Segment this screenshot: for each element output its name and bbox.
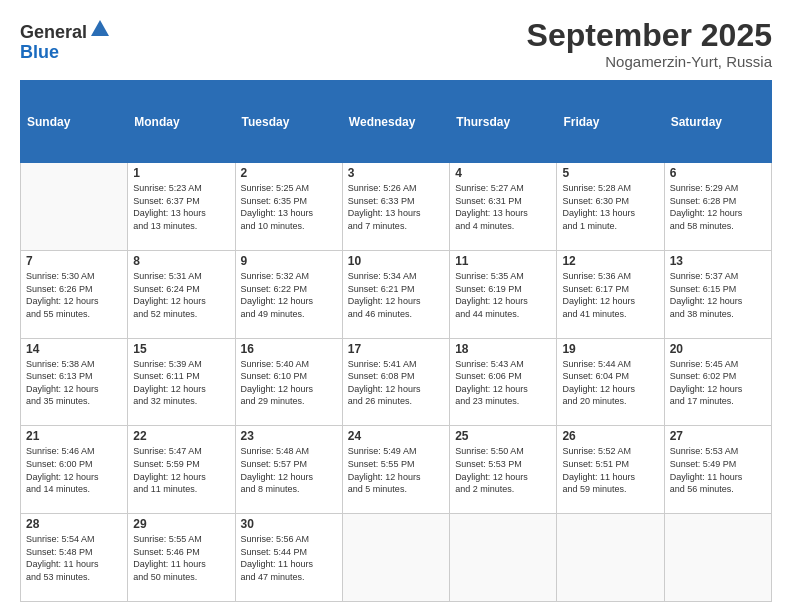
- day-info: Sunrise: 5:43 AM Sunset: 6:06 PM Dayligh…: [455, 358, 551, 408]
- calendar-cell: [664, 514, 771, 602]
- day-info: Sunrise: 5:54 AM Sunset: 5:48 PM Dayligh…: [26, 533, 122, 583]
- calendar-header-row: SundayMondayTuesdayWednesdayThursdayFrid…: [21, 81, 772, 163]
- calendar-cell: 7Sunrise: 5:30 AM Sunset: 6:26 PM Daylig…: [21, 250, 128, 338]
- day-info: Sunrise: 5:35 AM Sunset: 6:19 PM Dayligh…: [455, 270, 551, 320]
- page: General Blue September 2025 Nogamerzin-Y…: [0, 0, 792, 612]
- calendar-week-1: 7Sunrise: 5:30 AM Sunset: 6:26 PM Daylig…: [21, 250, 772, 338]
- calendar-cell: 19Sunrise: 5:44 AM Sunset: 6:04 PM Dayli…: [557, 338, 664, 426]
- weekday-header-friday: Friday: [557, 81, 664, 163]
- day-number: 25: [455, 429, 551, 443]
- day-number: 17: [348, 342, 444, 356]
- day-number: 21: [26, 429, 122, 443]
- day-number: 23: [241, 429, 337, 443]
- day-info: Sunrise: 5:27 AM Sunset: 6:31 PM Dayligh…: [455, 182, 551, 232]
- calendar-cell: 27Sunrise: 5:53 AM Sunset: 5:49 PM Dayli…: [664, 426, 771, 514]
- day-info: Sunrise: 5:37 AM Sunset: 6:15 PM Dayligh…: [670, 270, 766, 320]
- weekday-header-monday: Monday: [128, 81, 235, 163]
- calendar-cell: 1Sunrise: 5:23 AM Sunset: 6:37 PM Daylig…: [128, 163, 235, 251]
- day-info: Sunrise: 5:34 AM Sunset: 6:21 PM Dayligh…: [348, 270, 444, 320]
- calendar-cell: 8Sunrise: 5:31 AM Sunset: 6:24 PM Daylig…: [128, 250, 235, 338]
- day-number: 4: [455, 166, 551, 180]
- day-number: 3: [348, 166, 444, 180]
- calendar-cell: 25Sunrise: 5:50 AM Sunset: 5:53 PM Dayli…: [450, 426, 557, 514]
- day-info: Sunrise: 5:47 AM Sunset: 5:59 PM Dayligh…: [133, 445, 229, 495]
- svg-marker-0: [91, 20, 109, 36]
- calendar-body: 1Sunrise: 5:23 AM Sunset: 6:37 PM Daylig…: [21, 163, 772, 602]
- day-info: Sunrise: 5:44 AM Sunset: 6:04 PM Dayligh…: [562, 358, 658, 408]
- day-number: 9: [241, 254, 337, 268]
- day-number: 6: [670, 166, 766, 180]
- calendar-cell: 29Sunrise: 5:55 AM Sunset: 5:46 PM Dayli…: [128, 514, 235, 602]
- title-block: September 2025 Nogamerzin-Yurt, Russia: [527, 18, 772, 70]
- month-title: September 2025: [527, 18, 772, 53]
- calendar-cell: 6Sunrise: 5:29 AM Sunset: 6:28 PM Daylig…: [664, 163, 771, 251]
- calendar-cell: 9Sunrise: 5:32 AM Sunset: 6:22 PM Daylig…: [235, 250, 342, 338]
- day-number: 13: [670, 254, 766, 268]
- calendar-cell: [21, 163, 128, 251]
- day-info: Sunrise: 5:56 AM Sunset: 5:44 PM Dayligh…: [241, 533, 337, 583]
- day-number: 27: [670, 429, 766, 443]
- day-number: 7: [26, 254, 122, 268]
- weekday-header-saturday: Saturday: [664, 81, 771, 163]
- calendar-cell: 30Sunrise: 5:56 AM Sunset: 5:44 PM Dayli…: [235, 514, 342, 602]
- calendar-cell: [342, 514, 449, 602]
- day-number: 19: [562, 342, 658, 356]
- calendar-cell: 11Sunrise: 5:35 AM Sunset: 6:19 PM Dayli…: [450, 250, 557, 338]
- day-number: 24: [348, 429, 444, 443]
- calendar-table: SundayMondayTuesdayWednesdayThursdayFrid…: [20, 80, 772, 602]
- logo-blue: Blue: [20, 42, 59, 62]
- day-info: Sunrise: 5:53 AM Sunset: 5:49 PM Dayligh…: [670, 445, 766, 495]
- day-number: 18: [455, 342, 551, 356]
- calendar-cell: 17Sunrise: 5:41 AM Sunset: 6:08 PM Dayli…: [342, 338, 449, 426]
- day-info: Sunrise: 5:52 AM Sunset: 5:51 PM Dayligh…: [562, 445, 658, 495]
- day-number: 10: [348, 254, 444, 268]
- calendar-cell: [450, 514, 557, 602]
- calendar-cell: 16Sunrise: 5:40 AM Sunset: 6:10 PM Dayli…: [235, 338, 342, 426]
- calendar-cell: 15Sunrise: 5:39 AM Sunset: 6:11 PM Dayli…: [128, 338, 235, 426]
- day-info: Sunrise: 5:45 AM Sunset: 6:02 PM Dayligh…: [670, 358, 766, 408]
- day-info: Sunrise: 5:49 AM Sunset: 5:55 PM Dayligh…: [348, 445, 444, 495]
- location-subtitle: Nogamerzin-Yurt, Russia: [527, 53, 772, 70]
- day-info: Sunrise: 5:23 AM Sunset: 6:37 PM Dayligh…: [133, 182, 229, 232]
- logo-general: General: [20, 22, 87, 42]
- day-info: Sunrise: 5:32 AM Sunset: 6:22 PM Dayligh…: [241, 270, 337, 320]
- calendar-week-2: 14Sunrise: 5:38 AM Sunset: 6:13 PM Dayli…: [21, 338, 772, 426]
- calendar-cell: 20Sunrise: 5:45 AM Sunset: 6:02 PM Dayli…: [664, 338, 771, 426]
- calendar-cell: 26Sunrise: 5:52 AM Sunset: 5:51 PM Dayli…: [557, 426, 664, 514]
- logo-text: General Blue: [20, 18, 111, 63]
- day-info: Sunrise: 5:50 AM Sunset: 5:53 PM Dayligh…: [455, 445, 551, 495]
- day-number: 22: [133, 429, 229, 443]
- calendar-cell: 4Sunrise: 5:27 AM Sunset: 6:31 PM Daylig…: [450, 163, 557, 251]
- calendar-cell: 12Sunrise: 5:36 AM Sunset: 6:17 PM Dayli…: [557, 250, 664, 338]
- calendar-week-4: 28Sunrise: 5:54 AM Sunset: 5:48 PM Dayli…: [21, 514, 772, 602]
- calendar-cell: 13Sunrise: 5:37 AM Sunset: 6:15 PM Dayli…: [664, 250, 771, 338]
- day-number: 5: [562, 166, 658, 180]
- day-number: 1: [133, 166, 229, 180]
- logo-icon: [89, 18, 111, 40]
- calendar-cell: [557, 514, 664, 602]
- day-number: 20: [670, 342, 766, 356]
- day-info: Sunrise: 5:30 AM Sunset: 6:26 PM Dayligh…: [26, 270, 122, 320]
- day-info: Sunrise: 5:25 AM Sunset: 6:35 PM Dayligh…: [241, 182, 337, 232]
- day-info: Sunrise: 5:28 AM Sunset: 6:30 PM Dayligh…: [562, 182, 658, 232]
- calendar-cell: 14Sunrise: 5:38 AM Sunset: 6:13 PM Dayli…: [21, 338, 128, 426]
- day-number: 2: [241, 166, 337, 180]
- day-info: Sunrise: 5:29 AM Sunset: 6:28 PM Dayligh…: [670, 182, 766, 232]
- calendar-cell: 3Sunrise: 5:26 AM Sunset: 6:33 PM Daylig…: [342, 163, 449, 251]
- day-info: Sunrise: 5:39 AM Sunset: 6:11 PM Dayligh…: [133, 358, 229, 408]
- weekday-header-tuesday: Tuesday: [235, 81, 342, 163]
- day-info: Sunrise: 5:55 AM Sunset: 5:46 PM Dayligh…: [133, 533, 229, 583]
- day-number: 26: [562, 429, 658, 443]
- day-info: Sunrise: 5:31 AM Sunset: 6:24 PM Dayligh…: [133, 270, 229, 320]
- calendar-cell: 2Sunrise: 5:25 AM Sunset: 6:35 PM Daylig…: [235, 163, 342, 251]
- day-number: 29: [133, 517, 229, 531]
- day-info: Sunrise: 5:26 AM Sunset: 6:33 PM Dayligh…: [348, 182, 444, 232]
- calendar-week-3: 21Sunrise: 5:46 AM Sunset: 6:00 PM Dayli…: [21, 426, 772, 514]
- day-info: Sunrise: 5:41 AM Sunset: 6:08 PM Dayligh…: [348, 358, 444, 408]
- weekday-header-thursday: Thursday: [450, 81, 557, 163]
- day-number: 8: [133, 254, 229, 268]
- weekday-header-wednesday: Wednesday: [342, 81, 449, 163]
- calendar-cell: 10Sunrise: 5:34 AM Sunset: 6:21 PM Dayli…: [342, 250, 449, 338]
- day-number: 28: [26, 517, 122, 531]
- calendar-cell: 24Sunrise: 5:49 AM Sunset: 5:55 PM Dayli…: [342, 426, 449, 514]
